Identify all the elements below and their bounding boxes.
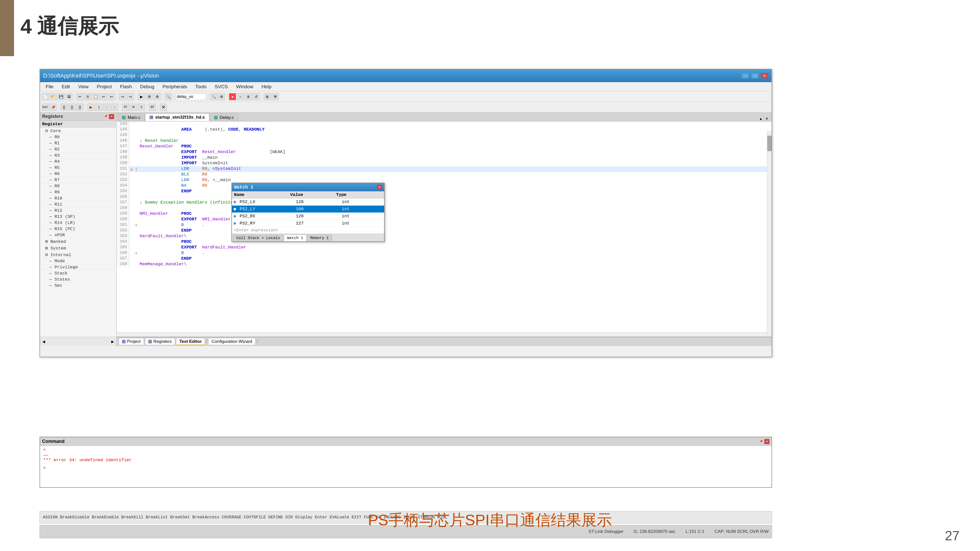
- code-editor[interactable]: 143 144 AREA |.text|, CODE, READONLY: [117, 121, 772, 337]
- toolbar-2: RST 📌 {} {} {} ▶ ⤵ → ↑ RT M S BP ⚒: [40, 102, 772, 112]
- redo2-icon[interactable]: ↪: [127, 93, 134, 100]
- watch-tab-watch1[interactable]: Watch 1: [284, 235, 307, 241]
- minimize-button[interactable]: ─: [741, 73, 749, 79]
- save-all-icon[interactable]: 🖫: [65, 93, 73, 100]
- window-icon[interactable]: ⊞: [264, 93, 271, 100]
- command-window: Command 📌 ✕ ^ —— *** error 34: undefined…: [40, 437, 772, 488]
- more-icon[interactable]: ⚒: [272, 93, 279, 100]
- command-close-button[interactable]: ✕: [764, 439, 770, 444]
- dbg-mem-icon[interactable]: M: [130, 103, 137, 111]
- bottom-tab-config-wizard[interactable]: Configuration Wizard: [208, 338, 256, 345]
- watch-type-ps2rx: int: [340, 213, 384, 219]
- cut-icon[interactable]: ✂: [76, 93, 83, 100]
- watch-row-ps2lx[interactable]: PS2_LX 128 int: [232, 198, 384, 206]
- build3-icon[interactable]: ⚙: [154, 93, 161, 100]
- stop-icon[interactable]: ○: [237, 93, 244, 100]
- settings-icon[interactable]: ⚙: [218, 93, 225, 100]
- dbg-run-icon[interactable]: ▶: [87, 103, 94, 111]
- close-button[interactable]: ✕: [761, 73, 768, 79]
- pin-icon[interactable]: 📌: [49, 103, 57, 111]
- dbg-tool-icon[interactable]: ⚒: [160, 103, 167, 111]
- dbg-bp-icon[interactable]: BP: [149, 103, 156, 111]
- watch-tab-callstack[interactable]: Call Stack + Locals: [233, 235, 283, 241]
- build2-icon[interactable]: ⚙: [146, 93, 153, 100]
- menu-debug[interactable]: Debug: [137, 83, 158, 91]
- code-scrollbar-h[interactable]: [117, 332, 767, 337]
- code-line-167: 167 ENDP: [117, 256, 772, 262]
- nav-left-arrow[interactable]: ◀: [41, 339, 46, 344]
- command-pin-icon[interactable]: 📌: [759, 439, 763, 444]
- scrollbar-thumb[interactable]: [767, 136, 772, 151]
- watch-row-ps2rx[interactable]: PS2_RX 128 int: [232, 213, 384, 220]
- watch-dot-ps2ry: [234, 222, 236, 225]
- tab-main-c[interactable]: Main.c: [118, 114, 145, 121]
- dbg-src-icon[interactable]: S: [138, 103, 145, 111]
- nav-right-arrow[interactable]: ▶: [110, 339, 115, 344]
- code-line-161: 161 B .: [117, 222, 772, 228]
- registers-panel-title: Registers: [42, 114, 63, 119]
- build-icon[interactable]: ▶: [138, 93, 145, 100]
- panel-header-buttons: 📌 ✕: [103, 114, 114, 119]
- dbg-rtrace-icon[interactable]: RT: [122, 103, 129, 111]
- menu-flash[interactable]: Flash: [116, 83, 135, 91]
- new-file-icon[interactable]: 📄: [41, 93, 49, 100]
- menu-project[interactable]: Project: [93, 83, 115, 91]
- reset-icon[interactable]: ↺: [253, 93, 260, 100]
- menu-view[interactable]: View: [75, 83, 92, 91]
- registers-panel: Registers 📌 ✕ Register ⊟ Core — R0 — R1 …: [40, 112, 117, 346]
- command-input-field[interactable]: [47, 465, 768, 470]
- menu-file[interactable]: File: [42, 83, 57, 91]
- watch-close-button[interactable]: ✕: [377, 185, 382, 190]
- search-icon[interactable]: 🔍: [210, 93, 217, 100]
- register-tree[interactable]: Register ⊟ Core — R0 — R1 — R2 — R3 — R4…: [40, 121, 116, 337]
- reg-r14: — R14 (LR): [40, 220, 116, 226]
- watch-tab-memory1[interactable]: Memory 1: [307, 235, 332, 241]
- dbg-out-icon[interactable]: ↑: [111, 103, 118, 111]
- save-icon[interactable]: 💾: [57, 93, 65, 100]
- redo-icon[interactable]: ↪: [119, 93, 126, 100]
- tab-startup-s[interactable]: startup_stm32f10x_hd.s: [145, 114, 209, 121]
- paste-icon[interactable]: 📋: [92, 93, 99, 100]
- copy-icon[interactable]: ⎘: [84, 93, 91, 100]
- code-scrollbar-v[interactable]: [767, 130, 772, 337]
- menu-peripherals[interactable]: Peripherals: [159, 83, 191, 91]
- watch-row-ps2ry[interactable]: PS2_RY 127 int: [232, 220, 384, 227]
- brace1-icon[interactable]: {}: [60, 103, 68, 111]
- tab-close-btn[interactable]: ✕: [764, 116, 770, 121]
- maximize-button[interactable]: □: [751, 73, 759, 79]
- watch-row-ps2ly[interactable]: PS2_LY 100 int: [232, 206, 384, 213]
- run-icon[interactable]: ●: [229, 93, 236, 100]
- dbg-step-icon[interactable]: ⤵: [95, 103, 102, 111]
- menu-svcs[interactable]: SVCS: [211, 83, 231, 91]
- watch-col-name: Name: [232, 192, 288, 197]
- dbg-over-icon[interactable]: →: [103, 103, 110, 111]
- brace2-icon[interactable]: {}: [68, 103, 76, 111]
- tab-scroll-up[interactable]: ▲: [758, 116, 763, 121]
- menu-edit[interactable]: Edit: [58, 83, 74, 91]
- debug-icon[interactable]: 🔍: [165, 93, 172, 100]
- brace3-icon[interactable]: {}: [76, 103, 83, 111]
- page-heading: 通信展示: [37, 13, 119, 40]
- menu-help[interactable]: Help: [258, 83, 275, 91]
- page-number-label: 4: [21, 15, 32, 38]
- undo-icon[interactable]: ↩: [100, 93, 107, 100]
- watch-enter-row[interactable]: <Enter expression>: [232, 227, 384, 233]
- panel-pin-icon[interactable]: 📌: [103, 114, 108, 119]
- pause-icon[interactable]: ⏸: [245, 93, 252, 100]
- bottom-tab-text-editor[interactable]: Text Editor: [176, 338, 205, 345]
- menu-window[interactable]: Window: [232, 83, 257, 91]
- menu-tools[interactable]: Tools: [192, 83, 210, 91]
- watch-name-ps2lx: PS2_LX: [238, 199, 294, 205]
- function-combo[interactable]: [176, 94, 206, 100]
- panel-close-button[interactable]: ✕: [109, 114, 114, 119]
- tab-delay-c[interactable]: Delay.c: [210, 114, 238, 121]
- code-line-162: 162 ENDP: [117, 228, 772, 233]
- rtos-icon[interactable]: RST: [41, 103, 49, 111]
- code-line-149: 149 IMPORT __main: [117, 155, 772, 161]
- undo2-icon[interactable]: ↩: [108, 93, 115, 100]
- reg-internal: ⊟ Internal: [40, 251, 116, 258]
- bottom-tab-registers[interactable]: Registers: [145, 338, 175, 345]
- open-file-icon[interactable]: 📂: [49, 93, 57, 100]
- code-line-152: 152 BLX R0: [117, 172, 772, 178]
- bottom-tab-project[interactable]: Project: [119, 338, 144, 345]
